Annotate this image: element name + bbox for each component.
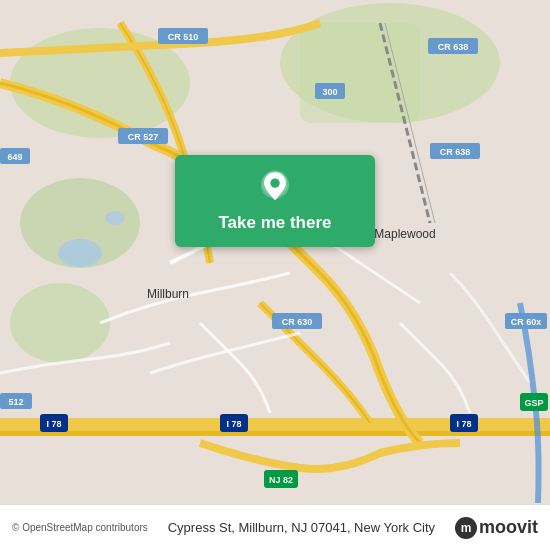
address-text: Cypress St, Millburn, NJ 07041, New York… bbox=[148, 520, 455, 535]
svg-text:Maplewood: Maplewood bbox=[374, 227, 435, 241]
svg-text:GSP: GSP bbox=[524, 398, 543, 408]
take-me-there-label: Take me there bbox=[218, 213, 331, 233]
svg-point-44 bbox=[270, 178, 279, 187]
moovit-logo: m moovit bbox=[455, 517, 538, 539]
take-me-there-button[interactable]: Take me there bbox=[175, 155, 375, 247]
svg-point-7 bbox=[105, 211, 125, 225]
svg-text:CR 527: CR 527 bbox=[128, 132, 159, 142]
svg-text:CR 630: CR 630 bbox=[282, 317, 313, 327]
svg-text:I 78: I 78 bbox=[456, 419, 471, 429]
moovit-logo-icon: m bbox=[455, 517, 477, 539]
svg-point-6 bbox=[58, 239, 102, 267]
svg-text:CR 638: CR 638 bbox=[440, 147, 471, 157]
map-background: CR 510 649 CR 527 CR 638 CR 638 CR 630 5… bbox=[0, 0, 550, 550]
location-pin-icon bbox=[257, 169, 293, 205]
bottom-bar: © OpenStreetMap contributors Cypress St,… bbox=[0, 504, 550, 550]
svg-point-4 bbox=[10, 283, 110, 363]
svg-text:I 78: I 78 bbox=[226, 419, 241, 429]
svg-text:CR 510: CR 510 bbox=[168, 32, 199, 42]
svg-text:I 78: I 78 bbox=[46, 419, 61, 429]
copyright-text: © OpenStreetMap contributors bbox=[12, 522, 148, 533]
svg-text:649: 649 bbox=[7, 152, 22, 162]
svg-text:CR 638: CR 638 bbox=[438, 42, 469, 52]
moovit-logo-text: moovit bbox=[479, 517, 538, 538]
svg-text:Millburn: Millburn bbox=[147, 287, 189, 301]
svg-text:NJ 82: NJ 82 bbox=[269, 475, 293, 485]
map-container: CR 510 649 CR 527 CR 638 CR 638 CR 630 5… bbox=[0, 0, 550, 550]
svg-text:512: 512 bbox=[8, 397, 23, 407]
svg-text:CR 60x: CR 60x bbox=[511, 317, 542, 327]
svg-text:300: 300 bbox=[322, 87, 337, 97]
